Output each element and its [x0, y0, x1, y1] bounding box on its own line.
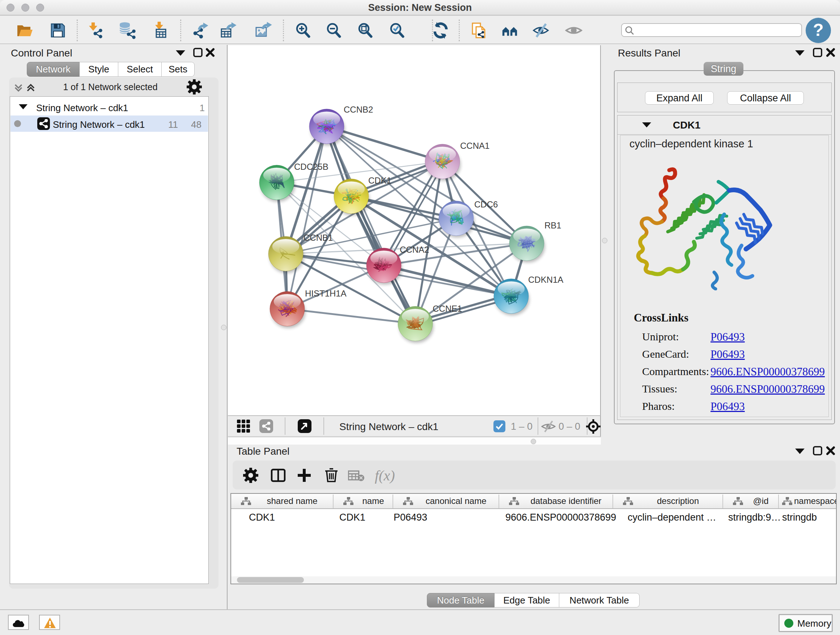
svg-text:CDC25B: CDC25B — [294, 162, 328, 172]
svg-text:CCNA1: CCNA1 — [460, 141, 489, 150]
svg-text:RB1: RB1 — [545, 220, 561, 230]
svg-text:CCNB1: CCNB1 — [303, 233, 333, 242]
svg-text:CDK1: CDK1 — [368, 176, 392, 185]
svg-text:CDC6: CDC6 — [474, 200, 498, 209]
svg-text:CCNA2: CCNA2 — [400, 245, 429, 255]
svg-text:CDKN1A: CDKN1A — [528, 275, 563, 285]
svg-text:CCNE1: CCNE1 — [433, 304, 462, 314]
svg-text:CCNB2: CCNB2 — [344, 105, 373, 114]
svg-text:HIST1H1A: HIST1H1A — [305, 288, 347, 298]
